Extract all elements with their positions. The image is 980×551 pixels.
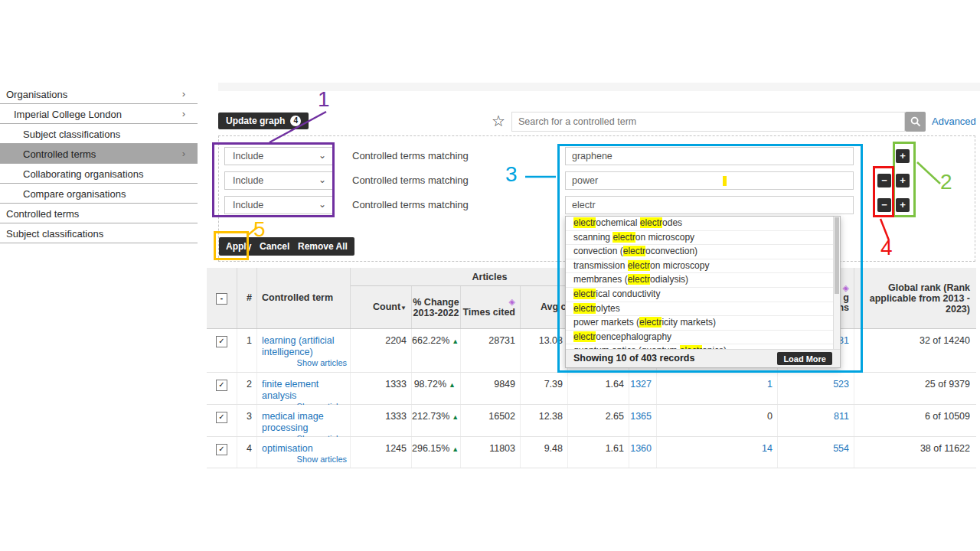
controlled-term-link[interactable]: medical image processing [262,411,347,434]
item-text: on microscopy [650,260,709,271]
cited-cell: 9849 [461,373,521,404]
sidebar-item-collaborating-organisations[interactable]: Collaborating organisations [0,164,198,184]
add-row-button-3[interactable]: + [896,198,910,212]
dropdown-footer: Showing 10 of 403 records Load More [566,349,840,367]
term-cell: medical image processingShow articles [257,405,351,436]
checkbox-cell: ✓ [207,437,237,468]
chevron-right-icon: › [182,148,185,159]
rank-value: 6 of 10509 [925,411,970,422]
n3-value[interactable]: 523 [833,379,849,390]
term-input-graphene[interactable] [565,147,854,165]
row-checkbox[interactable]: ✓ [216,444,227,455]
item-text: membranes ( [573,274,628,285]
favorite-star-icon[interactable]: ☆ [492,112,505,130]
item-text: icity markets) [662,317,716,328]
load-more-button[interactable]: Load More [777,352,832,365]
dropdown-item-6[interactable]: electrical conductivity [566,287,840,302]
change-value: 98.72% [414,379,446,390]
dropdown-item-8[interactable]: power markets (electricity markets) [566,315,840,330]
n1-value[interactable]: 1365 [630,411,652,422]
avg-cell: 12.38 [521,405,568,436]
sidebar-item-compare-organisations[interactable]: Compare organisations [0,184,198,204]
operator-select-value: Include [233,175,263,186]
add-row-button-1[interactable]: + [896,149,910,163]
dropdown-item-4[interactable]: transmission electron microscopy [566,259,840,273]
controlled-term-link[interactable]: learning (artificial intelligence) [262,335,347,358]
header-avg[interactable]: Avg citations per article [521,286,568,328]
sidebar-item-subject-classifications-2[interactable]: Subject classifications [0,223,198,243]
count-cell: 1333 [351,373,412,404]
n3-value[interactable]: 811 [834,411,849,422]
select-all-checkbox[interactable]: - [216,293,227,305]
search-button[interactable] [905,112,926,132]
n2-cell: 0 [657,405,778,436]
remove-all-button[interactable]: Remove All [291,237,354,256]
change-value: 296.15% [412,443,449,454]
match-highlight: electr [640,217,662,228]
update-graph-button[interactable]: Update graph 4 [218,112,309,129]
avg-cell: 9.48 [521,437,568,468]
advanced-search-link[interactable]: Advanced [932,116,976,127]
term-input-electr[interactable] [565,196,854,214]
row-checkbox[interactable]: ✓ [216,412,227,423]
records-count-text: Showing 10 of 403 records [573,353,694,364]
controlled-term-link[interactable]: finite element analysis [262,379,347,402]
sidebar-item-subject-classifications[interactable]: Subject classifications [0,124,198,144]
term-cell: finite element analysisShow articles [257,373,351,404]
match-highlight: electr [623,246,645,256]
n2-value[interactable]: 14 [762,443,773,454]
cancel-button[interactable]: Cancel [253,237,296,256]
show-articles-link[interactable]: Show articles [297,455,347,464]
fwci-cell: 1.61 [568,437,629,468]
cited-value: 9849 [494,379,515,390]
n1-value[interactable]: 1327 [630,379,652,390]
dropdown-item-9[interactable]: electroencephalography [566,330,840,344]
update-graph-badge: 4 [290,116,301,126]
header-count[interactable]: Count▼ [351,286,412,328]
trend-up-icon: ▲ [449,381,456,389]
header-change[interactable]: % Change 2013-2022 [412,286,461,328]
dropdown-item-1[interactable]: electrochemical electrodes [566,217,840,230]
count-value: 2204 [385,335,407,346]
fwci-value: 1.64 [606,379,624,390]
controlled-term-link[interactable]: optimisation [262,443,347,455]
n2-value: 0 [767,411,773,422]
dropdown-item-5[interactable]: membranes (electrodialysis) [566,272,840,287]
dropdown-item-3[interactable]: convection (electroconvection) [566,244,840,259]
cited-cell: 11803 [461,437,521,468]
change-cell: 98.72%▲ [412,373,461,404]
remove-row-button-2[interactable]: − [877,174,891,187]
sidebar-item-imperial-college-london[interactable]: Imperial College London› [0,104,198,124]
row-checkbox[interactable]: ✓ [216,336,227,347]
change-cell: 212.73%▲ [412,405,461,436]
operator-select-1[interactable]: Include⌄ [224,147,333,165]
chevron-down-icon: ⌄ [318,199,326,210]
match-highlight: electr [573,331,596,342]
dropdown-scrollbar[interactable] [833,217,840,351]
update-graph-label: Update graph [226,116,285,126]
row-checkbox[interactable]: ✓ [216,380,227,391]
highlight-caret-mark [723,176,727,186]
sidebar-item-organisations[interactable]: Organisations› [0,84,198,104]
item-text: oencephalography [596,331,671,342]
operator-select-3[interactable]: Include⌄ [224,196,333,214]
rank-cell: 25 of 9379 [854,373,976,404]
operator-select-2[interactable]: Include⌄ [224,171,333,190]
remove-row-button-3[interactable]: − [877,198,891,212]
n2-cell: 1 [657,373,778,404]
n2-value[interactable]: 1 [767,379,773,390]
n1-value[interactable]: 1360 [630,443,652,454]
header-cited[interactable]: ◈Times cited [461,286,521,328]
dropdown-item-7[interactable]: electrolytes [566,302,840,316]
sidebar-item-controlled-terms-2[interactable]: Controlled terms [0,204,198,223]
rank-value: 25 of 9379 [925,379,970,390]
n1-cell: 1327 [629,373,657,404]
sidebar-item-controlled-terms[interactable]: Controlled terms› [0,144,198,164]
n3-value[interactable]: 554 [833,443,849,454]
search-input[interactable] [511,112,905,132]
show-articles-link[interactable]: Show articles [297,358,347,367]
add-row-button-2[interactable]: + [896,174,910,187]
dropdown-item-2[interactable]: scanning electron microscopy [566,230,840,245]
table-row-2: ✓2finite element analysisShow articles13… [207,373,976,405]
term-input-power[interactable] [565,171,854,190]
